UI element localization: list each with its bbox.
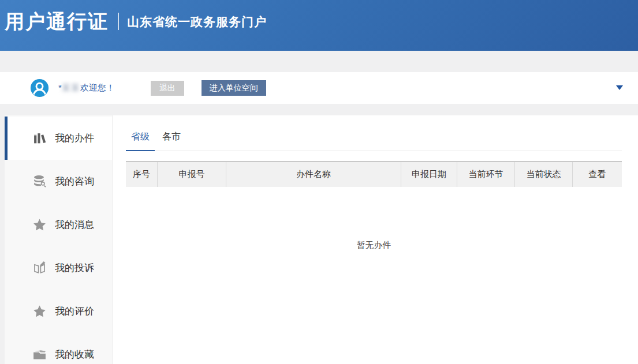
book-edit-icon xyxy=(32,261,47,276)
user-avatar-icon xyxy=(30,78,49,97)
column-header-current-stage: 当前环节 xyxy=(457,162,514,187)
database-search-icon xyxy=(32,174,47,189)
table-header-row: 序号 申报号 办件名称 申报日期 当前环节 当前状态 查看 xyxy=(126,161,622,187)
portal-name: 山东省统一政务服务门户 xyxy=(127,14,267,30)
column-header-view: 查看 xyxy=(572,162,622,187)
column-header-declaration-date: 申报日期 xyxy=(401,162,457,187)
star-icon xyxy=(32,217,47,232)
tab-cities[interactable]: 各市 xyxy=(157,131,186,151)
enter-unit-space-button[interactable]: 进入单位空间 xyxy=(202,80,266,96)
books-icon xyxy=(32,131,47,146)
content-region: 我的办件 我的咨询 我的消息 xyxy=(5,115,638,364)
sidebar-item-label: 我的咨询 xyxy=(55,175,94,188)
sidebar-item-label: 我的评价 xyxy=(55,305,94,318)
sidebar-item-label: 我的消息 xyxy=(55,218,94,231)
logout-button[interactable]: 退出 xyxy=(151,81,184,96)
sidebar-item-my-consultations[interactable]: 我的咨询 xyxy=(5,160,112,203)
welcome-prefix: * xyxy=(58,82,62,92)
welcome-text: *某某欢迎您！ xyxy=(58,82,115,93)
welcome-suffix: 欢迎您！ xyxy=(80,82,115,92)
sidebar-item-label: 我的投诉 xyxy=(55,261,94,275)
empty-state-text: 暂无办件 xyxy=(126,187,622,251)
sidebar-item-my-cases[interactable]: 我的办件 xyxy=(5,117,112,160)
sidebar-item-label: 我的办件 xyxy=(55,132,94,145)
redacted-username: 某某 xyxy=(62,82,80,92)
sidebar-item-label: 我的收藏 xyxy=(55,348,94,361)
column-header-current-status: 当前状态 xyxy=(514,162,572,187)
column-header-case-name: 办件名称 xyxy=(226,162,401,187)
user-bar: *某某欢迎您！ 退出 进入单位空间 xyxy=(0,72,638,104)
column-header-declaration-no: 申报号 xyxy=(157,162,226,187)
star-icon xyxy=(32,304,47,319)
logo-divider xyxy=(118,13,119,30)
site-logo: 用户通行证 xyxy=(5,12,109,31)
column-header-seq: 序号 xyxy=(126,162,157,187)
tab-bar: 省级 各市 xyxy=(126,131,622,151)
chevron-down-icon[interactable] xyxy=(616,85,623,90)
sidebar-item-my-favorites[interactable]: 我的收藏 xyxy=(5,333,112,364)
top-banner: 用户通行证 山东省统一政务服务门户 xyxy=(0,0,638,51)
sidebar-item-my-evaluations[interactable]: 我的评价 xyxy=(5,290,112,333)
sidebar-item-my-messages[interactable]: 我的消息 xyxy=(5,203,112,246)
sidebar-item-my-complaints[interactable]: 我的投诉 xyxy=(5,246,112,290)
main-panel: 省级 各市 序号 申报号 办件名称 申报日期 当前环节 当前状态 查看 暂无办件 xyxy=(113,115,638,364)
folder-icon xyxy=(32,347,47,362)
sidebar: 我的办件 我的咨询 我的消息 xyxy=(5,115,113,364)
tab-provincial[interactable]: 省级 xyxy=(126,131,155,151)
